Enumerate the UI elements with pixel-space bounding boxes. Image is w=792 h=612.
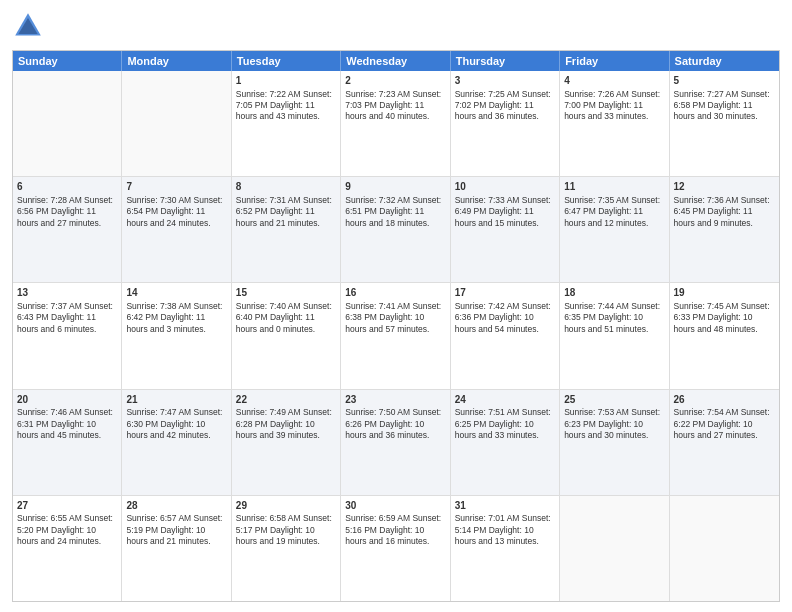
calendar: SundayMondayTuesdayWednesdayThursdayFrid… bbox=[12, 50, 780, 602]
sunrise-text: Sunrise: 7:42 AM bbox=[455, 301, 520, 311]
day-number: 21 bbox=[126, 393, 226, 407]
calendar-cell: 5Sunrise: 7:27 AM Sunset: 6:58 PM Daylig… bbox=[670, 71, 779, 176]
calendar-cell: 9Sunrise: 7:32 AM Sunset: 6:51 PM Daylig… bbox=[341, 177, 450, 282]
calendar-cell: 29Sunrise: 6:58 AM Sunset: 5:17 PM Dayli… bbox=[232, 496, 341, 601]
day-number: 11 bbox=[564, 180, 664, 194]
calendar-cell: 14Sunrise: 7:38 AM Sunset: 6:42 PM Dayli… bbox=[122, 283, 231, 388]
sunrise-text: Sunrise: 7:54 AM bbox=[674, 407, 739, 417]
calendar-cell: 22Sunrise: 7:49 AM Sunset: 6:28 PM Dayli… bbox=[232, 390, 341, 495]
day-number: 3 bbox=[455, 74, 555, 88]
sunrise-text: Sunrise: 7:49 AM bbox=[236, 407, 301, 417]
calendar-cell: 17Sunrise: 7:42 AM Sunset: 6:36 PM Dayli… bbox=[451, 283, 560, 388]
calendar-cell: 10Sunrise: 7:33 AM Sunset: 6:49 PM Dayli… bbox=[451, 177, 560, 282]
calendar-cell: 3Sunrise: 7:25 AM Sunset: 7:02 PM Daylig… bbox=[451, 71, 560, 176]
calendar-row: 20Sunrise: 7:46 AM Sunset: 6:31 PM Dayli… bbox=[13, 390, 779, 496]
calendar-header-row: SundayMondayTuesdayWednesdayThursdayFrid… bbox=[13, 51, 779, 71]
day-number: 23 bbox=[345, 393, 445, 407]
day-of-week-header: Monday bbox=[122, 51, 231, 71]
day-number: 12 bbox=[674, 180, 775, 194]
day-number: 8 bbox=[236, 180, 336, 194]
sunrise-text: Sunrise: 7:36 AM bbox=[674, 195, 739, 205]
sunrise-text: Sunrise: 7:27 AM bbox=[674, 89, 739, 99]
calendar-cell: 27Sunrise: 6:55 AM Sunset: 5:20 PM Dayli… bbox=[13, 496, 122, 601]
day-of-week-header: Friday bbox=[560, 51, 669, 71]
day-number: 16 bbox=[345, 286, 445, 300]
sunrise-text: Sunrise: 7:53 AM bbox=[564, 407, 629, 417]
calendar-cell: 26Sunrise: 7:54 AM Sunset: 6:22 PM Dayli… bbox=[670, 390, 779, 495]
empty-cell bbox=[560, 496, 669, 601]
sunrise-text: Sunrise: 7:28 AM bbox=[17, 195, 82, 205]
day-number: 9 bbox=[345, 180, 445, 194]
calendar-cell: 8Sunrise: 7:31 AM Sunset: 6:52 PM Daylig… bbox=[232, 177, 341, 282]
calendar-cell: 25Sunrise: 7:53 AM Sunset: 6:23 PM Dayli… bbox=[560, 390, 669, 495]
calendar-cell: 1Sunrise: 7:22 AM Sunset: 7:05 PM Daylig… bbox=[232, 71, 341, 176]
sunrise-text: Sunrise: 7:35 AM bbox=[564, 195, 629, 205]
sunrise-text: Sunrise: 7:26 AM bbox=[564, 89, 629, 99]
day-number: 18 bbox=[564, 286, 664, 300]
day-number: 28 bbox=[126, 499, 226, 513]
day-of-week-header: Tuesday bbox=[232, 51, 341, 71]
sunrise-text: Sunrise: 7:23 AM bbox=[345, 89, 410, 99]
sunrise-text: Sunrise: 7:50 AM bbox=[345, 407, 410, 417]
day-number: 14 bbox=[126, 286, 226, 300]
sunrise-text: Sunrise: 6:55 AM bbox=[17, 513, 82, 523]
calendar-cell: 4Sunrise: 7:26 AM Sunset: 7:00 PM Daylig… bbox=[560, 71, 669, 176]
header bbox=[12, 10, 780, 42]
calendar-cell: 6Sunrise: 7:28 AM Sunset: 6:56 PM Daylig… bbox=[13, 177, 122, 282]
day-number: 30 bbox=[345, 499, 445, 513]
calendar-row: 13Sunrise: 7:37 AM Sunset: 6:43 PM Dayli… bbox=[13, 283, 779, 389]
day-number: 7 bbox=[126, 180, 226, 194]
sunrise-text: Sunrise: 7:37 AM bbox=[17, 301, 82, 311]
calendar-row: 1Sunrise: 7:22 AM Sunset: 7:05 PM Daylig… bbox=[13, 71, 779, 177]
calendar-row: 6Sunrise: 7:28 AM Sunset: 6:56 PM Daylig… bbox=[13, 177, 779, 283]
day-of-week-header: Sunday bbox=[13, 51, 122, 71]
sunrise-text: Sunrise: 7:45 AM bbox=[674, 301, 739, 311]
calendar-cell: 28Sunrise: 6:57 AM Sunset: 5:19 PM Dayli… bbox=[122, 496, 231, 601]
calendar-cell: 15Sunrise: 7:40 AM Sunset: 6:40 PM Dayli… bbox=[232, 283, 341, 388]
day-of-week-header: Saturday bbox=[670, 51, 779, 71]
calendar-cell: 12Sunrise: 7:36 AM Sunset: 6:45 PM Dayli… bbox=[670, 177, 779, 282]
sunrise-text: Sunrise: 7:25 AM bbox=[455, 89, 520, 99]
calendar-cell: 24Sunrise: 7:51 AM Sunset: 6:25 PM Dayli… bbox=[451, 390, 560, 495]
day-number: 31 bbox=[455, 499, 555, 513]
day-of-week-header: Wednesday bbox=[341, 51, 450, 71]
day-number: 2 bbox=[345, 74, 445, 88]
sunrise-text: Sunrise: 7:44 AM bbox=[564, 301, 629, 311]
sunrise-text: Sunrise: 7:47 AM bbox=[126, 407, 191, 417]
calendar-row: 27Sunrise: 6:55 AM Sunset: 5:20 PM Dayli… bbox=[13, 496, 779, 601]
day-number: 25 bbox=[564, 393, 664, 407]
day-number: 1 bbox=[236, 74, 336, 88]
calendar-cell: 11Sunrise: 7:35 AM Sunset: 6:47 PM Dayli… bbox=[560, 177, 669, 282]
logo-icon bbox=[12, 10, 44, 42]
calendar-cell: 13Sunrise: 7:37 AM Sunset: 6:43 PM Dayli… bbox=[13, 283, 122, 388]
day-number: 24 bbox=[455, 393, 555, 407]
calendar-cell: 31Sunrise: 7:01 AM Sunset: 5:14 PM Dayli… bbox=[451, 496, 560, 601]
sunrise-text: Sunrise: 7:31 AM bbox=[236, 195, 301, 205]
day-number: 27 bbox=[17, 499, 117, 513]
sunrise-text: Sunrise: 7:46 AM bbox=[17, 407, 82, 417]
empty-cell bbox=[670, 496, 779, 601]
day-number: 4 bbox=[564, 74, 664, 88]
day-number: 10 bbox=[455, 180, 555, 194]
sunrise-text: Sunrise: 7:41 AM bbox=[345, 301, 410, 311]
calendar-cell: 19Sunrise: 7:45 AM Sunset: 6:33 PM Dayli… bbox=[670, 283, 779, 388]
sunrise-text: Sunrise: 7:51 AM bbox=[455, 407, 520, 417]
sunrise-text: Sunrise: 7:38 AM bbox=[126, 301, 191, 311]
day-number: 13 bbox=[17, 286, 117, 300]
sunrise-text: Sunrise: 6:58 AM bbox=[236, 513, 301, 523]
sunrise-text: Sunrise: 7:32 AM bbox=[345, 195, 410, 205]
day-number: 29 bbox=[236, 499, 336, 513]
page: SundayMondayTuesdayWednesdayThursdayFrid… bbox=[0, 0, 792, 612]
day-number: 26 bbox=[674, 393, 775, 407]
day-number: 20 bbox=[17, 393, 117, 407]
sunrise-text: Sunrise: 7:01 AM bbox=[455, 513, 520, 523]
sunrise-text: Sunrise: 7:40 AM bbox=[236, 301, 301, 311]
day-number: 15 bbox=[236, 286, 336, 300]
sunrise-text: Sunrise: 6:59 AM bbox=[345, 513, 410, 523]
day-number: 17 bbox=[455, 286, 555, 300]
day-number: 5 bbox=[674, 74, 775, 88]
logo bbox=[12, 10, 48, 42]
empty-cell bbox=[13, 71, 122, 176]
sunrise-text: Sunrise: 7:30 AM bbox=[126, 195, 191, 205]
calendar-body: 1Sunrise: 7:22 AM Sunset: 7:05 PM Daylig… bbox=[13, 71, 779, 601]
